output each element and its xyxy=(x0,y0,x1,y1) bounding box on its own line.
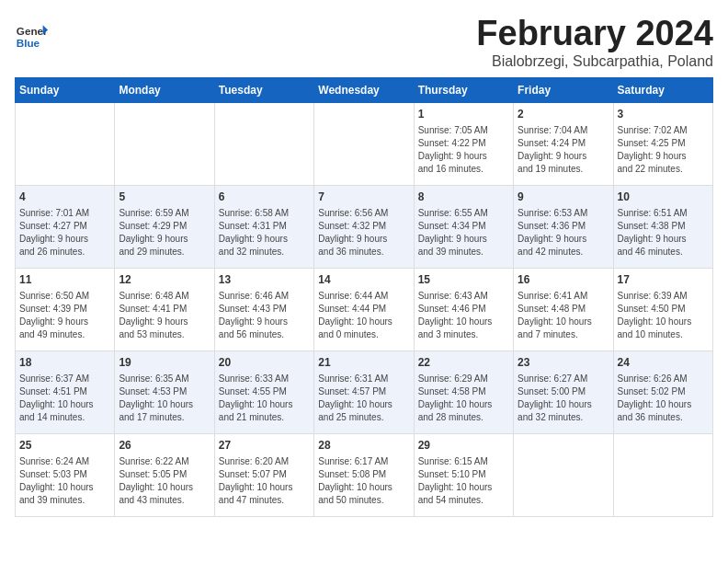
calendar-cell: 28Sunrise: 6:17 AM Sunset: 5:08 PM Dayli… xyxy=(314,433,414,516)
day-content: Sunrise: 7:02 AM Sunset: 4:25 PM Dayligh… xyxy=(618,124,709,176)
day-content: Sunrise: 6:31 AM Sunset: 4:57 PM Dayligh… xyxy=(318,373,409,424)
calendar-week-3: 11Sunrise: 6:50 AM Sunset: 4:39 PM Dayli… xyxy=(16,268,713,350)
day-number: 26 xyxy=(119,438,210,454)
logo-icon: General Blue xyxy=(15,18,48,52)
calendar-body: 1Sunrise: 7:05 AM Sunset: 4:22 PM Daylig… xyxy=(16,102,713,516)
day-content: Sunrise: 6:24 AM Sunset: 5:03 PM Dayligh… xyxy=(19,455,110,507)
day-number: 23 xyxy=(518,355,609,371)
day-number: 21 xyxy=(318,355,409,371)
calendar-cell xyxy=(613,433,712,516)
day-number: 3 xyxy=(618,107,709,122)
subtitle: Bialobrzegi, Subcarpathia, Poland xyxy=(476,53,713,70)
header-day-monday: Monday xyxy=(115,77,214,102)
day-content: Sunrise: 6:56 AM Sunset: 4:32 PM Dayligh… xyxy=(318,207,409,259)
day-number: 4 xyxy=(19,190,110,205)
day-number: 12 xyxy=(119,272,210,288)
day-content: Sunrise: 6:48 AM Sunset: 4:41 PM Dayligh… xyxy=(119,290,210,341)
calendar-cell: 7Sunrise: 6:56 AM Sunset: 4:32 PM Daylig… xyxy=(314,185,414,268)
day-number: 17 xyxy=(618,272,709,288)
header-day-friday: Friday xyxy=(514,77,613,102)
day-content: Sunrise: 6:15 AM Sunset: 5:10 PM Dayligh… xyxy=(418,455,509,507)
calendar-cell: 19Sunrise: 6:35 AM Sunset: 4:53 PM Dayli… xyxy=(115,350,214,433)
header-day-sunday: Sunday xyxy=(16,77,115,102)
day-content: Sunrise: 6:33 AM Sunset: 4:55 PM Dayligh… xyxy=(219,373,310,424)
day-content: Sunrise: 6:58 AM Sunset: 4:31 PM Dayligh… xyxy=(219,207,310,259)
calendar-cell: 16Sunrise: 6:41 AM Sunset: 4:48 PM Dayli… xyxy=(514,268,613,350)
day-number: 18 xyxy=(19,355,110,371)
day-content: Sunrise: 6:53 AM Sunset: 4:36 PM Dayligh… xyxy=(518,207,609,259)
day-content: Sunrise: 6:27 AM Sunset: 5:00 PM Dayligh… xyxy=(518,373,609,424)
header-day-thursday: Thursday xyxy=(414,77,513,102)
calendar-cell: 15Sunrise: 6:43 AM Sunset: 4:46 PM Dayli… xyxy=(414,268,513,350)
day-number: 7 xyxy=(318,190,409,205)
calendar-cell: 14Sunrise: 6:44 AM Sunset: 4:44 PM Dayli… xyxy=(314,268,414,350)
calendar-cell: 13Sunrise: 6:46 AM Sunset: 4:43 PM Dayli… xyxy=(214,268,313,350)
day-number: 15 xyxy=(418,272,509,288)
day-content: Sunrise: 7:01 AM Sunset: 4:27 PM Dayligh… xyxy=(19,207,110,259)
day-number: 13 xyxy=(219,272,310,288)
calendar-cell: 2Sunrise: 7:04 AM Sunset: 4:24 PM Daylig… xyxy=(514,102,613,185)
day-number: 22 xyxy=(418,355,509,371)
calendar-cell: 1Sunrise: 7:05 AM Sunset: 4:22 PM Daylig… xyxy=(414,102,513,185)
day-content: Sunrise: 6:22 AM Sunset: 5:05 PM Dayligh… xyxy=(119,455,210,507)
day-content: Sunrise: 6:41 AM Sunset: 4:48 PM Dayligh… xyxy=(518,290,609,341)
calendar-cell: 3Sunrise: 7:02 AM Sunset: 4:25 PM Daylig… xyxy=(613,102,712,185)
calendar-cell: 10Sunrise: 6:51 AM Sunset: 4:38 PM Dayli… xyxy=(613,185,712,268)
day-number: 6 xyxy=(219,190,310,205)
day-number: 20 xyxy=(219,355,310,371)
header-day-wednesday: Wednesday xyxy=(314,77,414,102)
day-number: 5 xyxy=(119,190,210,205)
calendar-cell xyxy=(514,433,613,516)
day-number: 1 xyxy=(418,107,509,122)
logo: General Blue xyxy=(15,18,48,52)
calendar-cell: 6Sunrise: 6:58 AM Sunset: 4:31 PM Daylig… xyxy=(214,185,313,268)
day-number: 14 xyxy=(318,272,409,288)
day-content: Sunrise: 6:37 AM Sunset: 4:51 PM Dayligh… xyxy=(19,373,110,424)
calendar-cell xyxy=(16,102,115,185)
day-content: Sunrise: 6:26 AM Sunset: 5:02 PM Dayligh… xyxy=(618,373,709,424)
calendar-week-2: 4Sunrise: 7:01 AM Sunset: 4:27 PM Daylig… xyxy=(16,185,713,268)
header-row: SundayMondayTuesdayWednesdayThursdayFrid… xyxy=(16,77,713,102)
day-content: Sunrise: 6:59 AM Sunset: 4:29 PM Dayligh… xyxy=(119,207,210,259)
calendar-cell: 17Sunrise: 6:39 AM Sunset: 4:50 PM Dayli… xyxy=(613,268,712,350)
calendar-cell: 12Sunrise: 6:48 AM Sunset: 4:41 PM Dayli… xyxy=(115,268,214,350)
day-number: 24 xyxy=(618,355,709,371)
calendar-cell: 20Sunrise: 6:33 AM Sunset: 4:55 PM Dayli… xyxy=(214,350,313,433)
day-number: 29 xyxy=(418,438,509,454)
calendar-cell: 4Sunrise: 7:01 AM Sunset: 4:27 PM Daylig… xyxy=(16,185,115,268)
day-number: 2 xyxy=(518,107,609,122)
day-content: Sunrise: 6:43 AM Sunset: 4:46 PM Dayligh… xyxy=(418,290,509,341)
calendar-table: SundayMondayTuesdayWednesdayThursdayFrid… xyxy=(15,77,713,517)
page-header: General Blue February 2024 Bialobrzegi, … xyxy=(15,15,713,70)
calendar-cell: 21Sunrise: 6:31 AM Sunset: 4:57 PM Dayli… xyxy=(314,350,414,433)
day-number: 25 xyxy=(19,438,110,454)
day-content: Sunrise: 7:04 AM Sunset: 4:24 PM Dayligh… xyxy=(518,124,609,176)
calendar-cell: 8Sunrise: 6:55 AM Sunset: 4:34 PM Daylig… xyxy=(414,185,513,268)
calendar-cell: 5Sunrise: 6:59 AM Sunset: 4:29 PM Daylig… xyxy=(115,185,214,268)
day-number: 8 xyxy=(418,190,509,205)
day-content: Sunrise: 6:55 AM Sunset: 4:34 PM Dayligh… xyxy=(418,207,509,259)
calendar-cell: 23Sunrise: 6:27 AM Sunset: 5:00 PM Dayli… xyxy=(514,350,613,433)
day-number: 19 xyxy=(119,355,210,371)
day-number: 11 xyxy=(19,272,110,288)
day-content: Sunrise: 6:50 AM Sunset: 4:39 PM Dayligh… xyxy=(19,290,110,341)
day-content: Sunrise: 6:51 AM Sunset: 4:38 PM Dayligh… xyxy=(618,207,709,259)
calendar-cell: 18Sunrise: 6:37 AM Sunset: 4:51 PM Dayli… xyxy=(16,350,115,433)
calendar-week-1: 1Sunrise: 7:05 AM Sunset: 4:22 PM Daylig… xyxy=(16,102,713,185)
day-number: 9 xyxy=(518,190,609,205)
calendar-week-5: 25Sunrise: 6:24 AM Sunset: 5:03 PM Dayli… xyxy=(16,433,713,516)
main-title: February 2024 xyxy=(476,15,713,53)
calendar-cell: 25Sunrise: 6:24 AM Sunset: 5:03 PM Dayli… xyxy=(16,433,115,516)
header-day-tuesday: Tuesday xyxy=(214,77,313,102)
day-number: 28 xyxy=(318,438,409,454)
calendar-cell xyxy=(314,102,414,185)
calendar-cell: 29Sunrise: 6:15 AM Sunset: 5:10 PM Dayli… xyxy=(414,433,513,516)
day-content: Sunrise: 6:17 AM Sunset: 5:08 PM Dayligh… xyxy=(318,455,409,507)
day-content: Sunrise: 6:46 AM Sunset: 4:43 PM Dayligh… xyxy=(219,290,310,341)
calendar-cell: 22Sunrise: 6:29 AM Sunset: 4:58 PM Dayli… xyxy=(414,350,513,433)
day-content: Sunrise: 6:35 AM Sunset: 4:53 PM Dayligh… xyxy=(119,373,210,424)
calendar-week-4: 18Sunrise: 6:37 AM Sunset: 4:51 PM Dayli… xyxy=(16,350,713,433)
calendar-cell xyxy=(214,102,313,185)
title-block: February 2024 Bialobrzegi, Subcarpathia,… xyxy=(476,15,713,70)
calendar-cell: 27Sunrise: 6:20 AM Sunset: 5:07 PM Dayli… xyxy=(214,433,313,516)
